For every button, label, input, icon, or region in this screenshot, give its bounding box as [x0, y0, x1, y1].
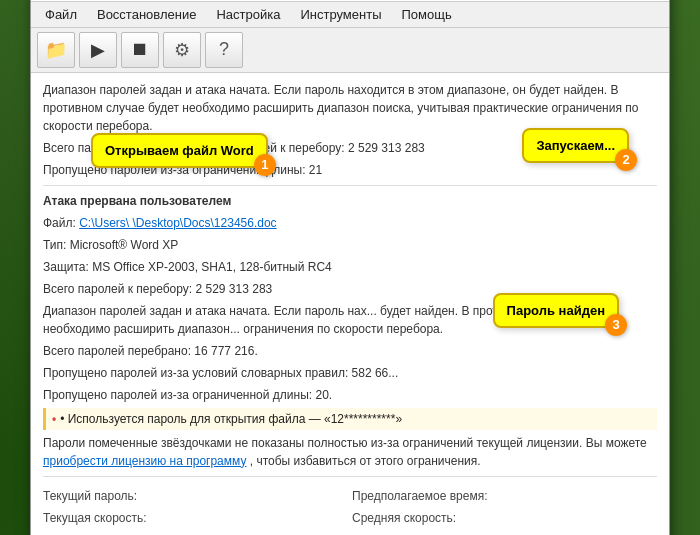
- callout-password-found: Пароль найден 3: [493, 293, 619, 329]
- menu-recovery[interactable]: Восстановление: [87, 4, 206, 25]
- callout-number-1: 1: [254, 154, 276, 176]
- settings-button[interactable]: ⚙: [163, 32, 201, 68]
- file-info: Файл: C:\Users\ \Desktop\Docs\123456.doc: [43, 214, 657, 232]
- stop-button[interactable]: ⏹: [121, 32, 159, 68]
- skip-count: 21: [309, 163, 322, 177]
- menu-file[interactable]: Файл: [35, 4, 87, 25]
- open-file-button[interactable]: 📁: [37, 32, 75, 68]
- current-pass-label: Текущий пароль:: [43, 487, 348, 505]
- main-content: Открываем файл Word 1 Запускаем... 2 Пар…: [31, 73, 669, 536]
- password-found-line: • • Используется пароль для открытия фай…: [43, 408, 657, 430]
- help-button[interactable]: ?: [205, 32, 243, 68]
- play-button[interactable]: ▶: [79, 32, 117, 68]
- callout-password-found-text: Пароль найден: [507, 303, 605, 318]
- asterisk-note: Пароли помеченные звёздочками не показан…: [43, 434, 657, 470]
- callout-open-file-text: Открываем файл Word: [105, 143, 254, 158]
- protect-value: MS Office XP-2003, SHA1, 128-битный RC4: [92, 260, 332, 274]
- menu-bar: Файл Восстановление Настройка Инструмент…: [31, 2, 669, 28]
- skipped-rules: Пропущено паролей из-за условий словарны…: [43, 364, 657, 382]
- file-path[interactable]: C:\Users\ \Desktop\Docs\123456.doc: [79, 216, 276, 230]
- info-para1-text: Диапазон паролей задан и атака начата. Е…: [43, 83, 638, 133]
- attack-stopped-text: Атака прервана пользователем: [43, 194, 231, 208]
- skipped-length: Пропущено паролей из-за ограниченной дли…: [43, 386, 657, 404]
- info-para1: Диапазон паролей задан и атака начата. Е…: [43, 81, 657, 135]
- protect-info: Защита: MS Office XP-2003, SHA1, 128-бит…: [43, 258, 657, 276]
- status-row: Текущий пароль: Предполагаемое время: Те…: [43, 483, 657, 531]
- menu-help[interactable]: Помощь: [391, 4, 461, 25]
- divider-1: [43, 185, 657, 186]
- type-info: Тип: Microsoft® Word XP: [43, 236, 657, 254]
- tried-value: 16 777 216.: [194, 344, 257, 358]
- callout-open-file: Открываем файл Word 1: [91, 133, 268, 169]
- total-value2: 2 529 313 283: [196, 282, 273, 296]
- password-found-text: • Используется пароль для открытия файла…: [60, 410, 402, 428]
- menu-tools[interactable]: Инструменты: [290, 4, 391, 25]
- buy-license-link[interactable]: приобрести лицензию на программу: [43, 454, 246, 468]
- file-label: Файл:: [43, 216, 79, 230]
- total-tried: Всего паролей перебрано: 16 777 216.: [43, 342, 657, 360]
- menu-settings[interactable]: Настройка: [206, 4, 290, 25]
- callout-number-2: 2: [615, 149, 637, 171]
- avg-speed-label: Средняя скорость:: [352, 509, 657, 527]
- main-window: ♦ Accent WORD Password Recovery − □ ✕ Фа…: [30, 0, 670, 535]
- buy-suffix: , чтобы избавиться от этого ограничения.: [250, 454, 481, 468]
- callout-launch: Запускаем... 2: [522, 128, 629, 164]
- callout-number-3: 3: [605, 314, 627, 336]
- current-speed-label: Текущая скорость:: [43, 509, 348, 527]
- attack-stopped: Атака прервана пользователем: [43, 192, 657, 210]
- skipped-rules-value: 582 66...: [352, 366, 399, 380]
- asterisk-text: Пароли помеченные звёздочками не показан…: [43, 436, 647, 450]
- skipped-length-value: 20.: [315, 388, 332, 402]
- bullet-icon: •: [52, 410, 56, 428]
- type-value: Microsoft® Word XP: [70, 238, 179, 252]
- toolbar: 📁 ▶ ⏹ ⚙ ?: [31, 28, 669, 73]
- divider-2: [43, 476, 657, 477]
- callout-launch-text: Запускаем...: [536, 138, 615, 153]
- estimated-label: Предполагаемое время:: [352, 487, 657, 505]
